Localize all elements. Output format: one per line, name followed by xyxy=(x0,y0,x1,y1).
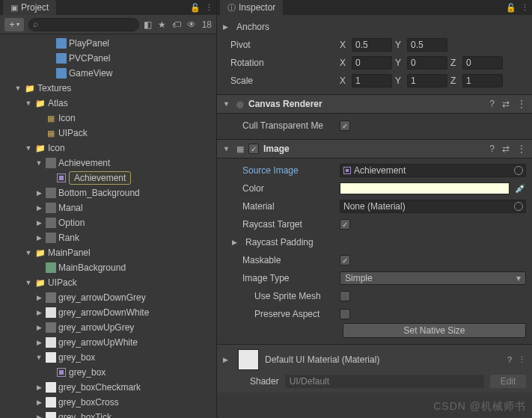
tree-row[interactable]: ▶GameView xyxy=(0,66,216,81)
tree-row[interactable]: ▶Achievement xyxy=(0,170,216,185)
tree-item-label: Icon xyxy=(48,143,65,153)
search-input[interactable] xyxy=(28,18,139,31)
tree-row[interactable]: ▶grey_arrowDownGrey xyxy=(0,290,216,305)
tree-row[interactable]: ▶grey_boxCross xyxy=(0,395,216,410)
expand-arrow[interactable]: ▶ xyxy=(34,294,43,301)
eyedropper-icon[interactable]: 💉 xyxy=(514,182,526,194)
pivot-x[interactable]: 0.5 xyxy=(352,38,392,52)
expand-arrow[interactable]: ▶ xyxy=(34,414,43,418)
help-icon[interactable]: ? xyxy=(489,99,495,109)
preserve-checkbox[interactable] xyxy=(340,309,350,319)
expand-arrow[interactable]: ▶ xyxy=(34,219,43,227)
raycast-checkbox[interactable] xyxy=(340,219,350,230)
help-icon[interactable]: ? xyxy=(489,144,495,154)
thumb-icon xyxy=(45,336,57,348)
scale-z[interactable]: 1 xyxy=(462,74,503,87)
shader-field[interactable]: UI/Default xyxy=(285,375,484,388)
expand-arrow[interactable]: ▼ xyxy=(24,279,33,286)
tree-row[interactable]: ▶grey_box xyxy=(0,365,216,380)
anchors-label[interactable]: Anchors xyxy=(236,22,349,32)
tree-row[interactable]: ▼Achievement xyxy=(0,156,216,170)
expand-arrow[interactable]: ▶ xyxy=(34,189,43,197)
add-button[interactable]: +▾ xyxy=(4,18,24,31)
menu-icon[interactable]: ⋮ xyxy=(521,3,529,13)
edit-button[interactable]: Edit xyxy=(490,375,526,388)
tag-icon[interactable]: 🏷 xyxy=(172,19,181,30)
expand-arrow[interactable]: ▼ xyxy=(13,84,22,92)
sprite-mesh-checkbox[interactable] xyxy=(340,291,350,301)
lock-icon[interactable]: 🔓 xyxy=(506,3,516,13)
preset-icon[interactable]: ⇄ xyxy=(502,144,510,154)
expand-arrow[interactable]: ▶ xyxy=(34,234,43,242)
expand-arrow[interactable]: ▶ xyxy=(34,384,43,391)
tree-row[interactable]: ▼grey_box xyxy=(0,350,216,365)
object-picker-icon[interactable] xyxy=(514,166,523,175)
padding-label[interactable]: Raycast Padding xyxy=(245,237,358,248)
tree-item-label: grey_arrowUpWhite xyxy=(58,337,138,348)
menu-icon[interactable]: ⋮ xyxy=(518,355,526,365)
menu-icon[interactable]: ⋮ xyxy=(205,3,213,13)
tree-row[interactable]: ▶Rank xyxy=(0,230,216,245)
color-field[interactable] xyxy=(340,182,510,194)
scale-x[interactable]: 1 xyxy=(352,74,392,87)
tree-row[interactable]: ▶grey_arrowUpGrey xyxy=(0,320,216,335)
image-enabled-checkbox[interactable] xyxy=(248,144,259,154)
expand-arrow[interactable]: ▼ xyxy=(24,99,33,107)
expand-arrow[interactable]: ▶ xyxy=(34,339,43,346)
expand-arrow[interactable]: ▼ xyxy=(34,159,43,167)
rot-z[interactable]: 0 xyxy=(462,56,503,70)
expand-arrow[interactable]: ▶ xyxy=(34,309,43,316)
object-picker-icon[interactable] xyxy=(514,202,523,211)
tree-row[interactable]: ▼📁UIPack xyxy=(0,275,216,290)
tree-row[interactable]: ▶▦UIPack xyxy=(0,126,216,141)
tree-row[interactable]: ▶MainBackground xyxy=(0,260,216,275)
maskable-checkbox[interactable] xyxy=(340,255,350,265)
tree-row[interactable]: ▶grey_boxCheckmark xyxy=(0,380,216,395)
tree-row[interactable]: ▼📁MainPanel xyxy=(0,245,216,260)
tree-item-label: Bottom_Background xyxy=(58,188,140,198)
preset-icon[interactable]: ⇄ xyxy=(502,99,510,109)
tree-row[interactable]: ▼📁Textures xyxy=(0,81,216,96)
help-icon[interactable]: ? xyxy=(507,355,512,364)
filter-icon[interactable]: ◧ xyxy=(144,19,152,30)
expand-arrow[interactable]: ▶ xyxy=(34,204,43,212)
scale-y[interactable]: 1 xyxy=(407,74,447,87)
tree-row[interactable]: ▶Bottom_Background xyxy=(0,185,216,200)
rot-x[interactable]: 0 xyxy=(352,56,392,70)
pivot-y[interactable]: 0.5 xyxy=(407,38,447,52)
tree-item-label: grey_boxCheckmark xyxy=(58,382,141,393)
set-native-size-button[interactable]: Set Native Size xyxy=(343,323,526,338)
tree-row[interactable]: ▼📁Atlas xyxy=(0,96,216,111)
tree-row[interactable]: ▶grey_arrowUpWhite xyxy=(0,335,216,350)
favorite-icon[interactable]: ★ xyxy=(158,19,166,30)
tree-row[interactable]: ▶PlayPanel xyxy=(0,36,216,51)
inspector-tab[interactable]: ⓘ Inspector xyxy=(220,0,283,15)
menu-icon[interactable]: ⋮ xyxy=(517,144,526,154)
expand-arrow[interactable]: ▼ xyxy=(24,144,33,152)
tree-row[interactable]: ▶grey_arrowDownWhite xyxy=(0,305,216,320)
expand-arrow[interactable]: ▶ xyxy=(34,324,43,331)
tree-row[interactable]: ▶Manal xyxy=(0,200,216,215)
tree-row[interactable]: ▶▦Icon xyxy=(0,111,216,126)
tree-row[interactable]: ▶Option xyxy=(0,215,216,230)
rot-y[interactable]: 0 xyxy=(407,56,447,70)
tree-row[interactable]: ▶PVCPanel xyxy=(0,51,216,66)
canvas-renderer-header[interactable]: ▼◎ Canvas Renderer ?⇄⋮ xyxy=(217,94,532,114)
tree-row[interactable]: ▼📁Icon xyxy=(0,141,216,156)
sprite-mesh-label: Use Sprite Mesh xyxy=(223,291,335,301)
project-tab[interactable]: ▣ Project xyxy=(3,0,56,15)
cull-checkbox[interactable] xyxy=(340,120,350,131)
material-field[interactable]: None (Material) xyxy=(340,200,526,213)
visibility-icon[interactable]: 👁 xyxy=(187,19,196,30)
tree-item-label: PVCPanel xyxy=(69,53,110,64)
image-header[interactable]: ▼▦ Image ?⇄⋮ xyxy=(217,139,532,159)
tree-row[interactable]: ▶grey_boxTick xyxy=(0,410,216,418)
source-image-field[interactable]: Achievement xyxy=(340,164,526,177)
image-type-dropdown[interactable]: Simple xyxy=(340,271,526,285)
expand-arrow[interactable]: ▼ xyxy=(24,249,33,256)
expand-arrow[interactable]: ▼ xyxy=(34,354,43,361)
maskable-label: Maskable xyxy=(223,255,335,265)
expand-arrow[interactable]: ▶ xyxy=(34,399,43,406)
lock-icon[interactable]: 🔓 xyxy=(190,3,201,13)
menu-icon[interactable]: ⋮ xyxy=(517,99,526,109)
